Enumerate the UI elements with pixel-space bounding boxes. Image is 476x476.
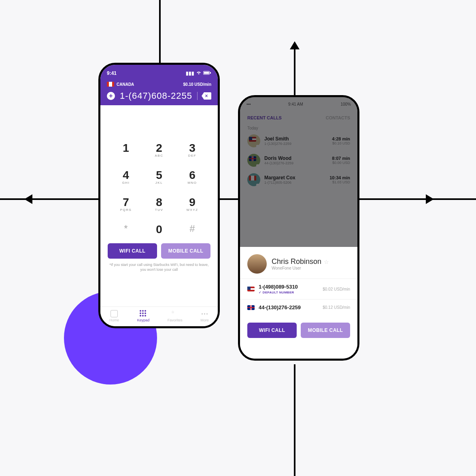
avatar (247, 254, 267, 274)
tab-more[interactable]: More (200, 310, 209, 322)
key-digit: * (109, 223, 142, 234)
uk-flag-icon (247, 305, 255, 310)
disclaimer-text: *If you start your call using Starbucks … (100, 261, 218, 272)
mobile-call-button[interactable]: MOBILE CALL (161, 243, 210, 259)
status-bar: 9:41 ▮▮▮ (107, 70, 211, 76)
key-letters: GHI (109, 181, 142, 185)
keypad-key-5[interactable]: 5JKL (142, 169, 176, 185)
key-letters: DEF (176, 154, 209, 157)
phone-number: 44-(130)276-2259 (259, 304, 301, 310)
rate-label: $0.10 USD/min (183, 82, 211, 87)
mobile-call-button[interactable]: MOBILE CALL (301, 323, 350, 338)
key-digit: 7 (109, 196, 142, 209)
home-icon (110, 310, 118, 317)
keypad-key-7[interactable]: 7PQRS (109, 196, 142, 212)
key-letters: WXYZ (176, 208, 209, 212)
contact-subtitle: WoneFone User (272, 266, 329, 270)
key-digit: 3 (176, 142, 209, 155)
phone-recent-calls-mock: ••• 9:41 AM 100% RECENT CALLS CONTACTS T… (238, 95, 359, 361)
phone-number: 1-(498)089-5310 (259, 284, 298, 290)
dialer-header: 9:41 ▮▮▮ CANADA $0.10 USD/min + 1-(647)6… (100, 65, 218, 105)
key-letters: TUV (142, 208, 176, 212)
country-label: CANADA (117, 82, 134, 87)
sheet-header: Chris Robinson ☆ WoneFone User (240, 253, 357, 278)
more-icon (201, 310, 208, 317)
us-flag-icon (247, 287, 255, 291)
tab-bar: Home Keypad ☆ Favorites More (100, 306, 218, 326)
contact-numbers-list: 1-(498)089-5310DEFAULT NUMBER$0.02 USD/m… (240, 278, 357, 315)
tab-label: Keypad (137, 318, 150, 322)
keypad-key-3[interactable]: 3DEF (176, 142, 209, 157)
contact-number-row[interactable]: 1-(498)089-5310DEFAULT NUMBER$0.02 USD/m… (240, 278, 357, 299)
arrow-right-icon (426, 194, 434, 204)
status-icons: ▮▮▮ (186, 70, 211, 76)
contact-number-row[interactable]: 44-(130)276-2259$0.12 USD/min (240, 299, 357, 315)
battery-icon (203, 70, 211, 76)
tab-home[interactable]: Home (109, 310, 119, 322)
wifi-call-button[interactable]: WIFI CALL (108, 243, 157, 259)
keypad-key-9[interactable]: 9WXYZ (176, 196, 209, 212)
contact-name-text: Chris Robinson (272, 257, 321, 266)
keypad-key-0[interactable]: 0 (142, 223, 176, 236)
tab-label: Favorites (168, 318, 183, 322)
svg-rect-1 (204, 72, 209, 74)
dial-row: + 1-(647)608-2255 × (107, 91, 211, 101)
add-contact-button[interactable]: + (107, 92, 115, 100)
key-digit: 4 (109, 169, 142, 182)
arrow-left-icon (24, 194, 32, 204)
svg-rect-2 (210, 72, 211, 74)
default-number-label: DEFAULT NUMBER (259, 291, 298, 294)
key-letters: PQRS (109, 208, 142, 212)
key-digit: 9 (176, 196, 209, 209)
backspace-button[interactable]: × (202, 92, 211, 100)
key-digit: 8 (142, 196, 176, 209)
phone-keypad-mock: 9:41 ▮▮▮ CANADA $0.10 USD/min + 1-(647)6… (98, 63, 220, 328)
keypad-key-6[interactable]: 6MNO (176, 169, 209, 185)
tab-favorites[interactable]: ☆ Favorites (168, 310, 183, 322)
contact-name: Chris Robinson ☆ (272, 257, 329, 266)
decorative-axis-vertical (159, 0, 161, 69)
dialed-number-display: 1-(647)608-2255 (119, 91, 193, 101)
keypad-icon (140, 310, 147, 317)
wifi-call-button[interactable]: WIFI CALL (247, 323, 297, 338)
key-digit: 5 (142, 169, 176, 182)
decorative-axis-down (294, 364, 295, 476)
keypad-key-2[interactable]: 2ABC (142, 142, 176, 157)
tab-label: Home (109, 318, 119, 322)
arrow-up-icon (290, 41, 300, 49)
key-letters: ABC (142, 154, 176, 157)
favorite-star-icon[interactable]: ☆ (324, 259, 329, 265)
keypad-key-8[interactable]: 8TUV (142, 196, 176, 212)
tab-keypad[interactable]: Keypad (137, 310, 150, 322)
status-time: 9:41 (107, 70, 117, 76)
divider (197, 92, 198, 100)
tab-label: More (200, 318, 209, 322)
modal-scrim[interactable] (240, 97, 357, 247)
star-icon: ☆ (171, 310, 178, 317)
key-digit: 0 (142, 223, 176, 236)
key-letters: MNO (176, 181, 209, 185)
signal-icon: ▮▮▮ (186, 70, 194, 76)
key-digit: 2 (142, 142, 176, 155)
keypad-key-*[interactable]: * (109, 223, 142, 236)
keypad-key-#[interactable]: # (176, 223, 209, 236)
key-digit: 1 (109, 142, 142, 155)
call-buttons-row: WIFI CALL MOBILE CALL (100, 240, 218, 261)
keypad-grid: 12ABC3DEF4GHI5JKL6MNO7PQRS8TUV9WXYZ*0# (100, 105, 218, 240)
key-letters: JKL (142, 181, 176, 185)
contact-sheet: Chris Robinson ☆ WoneFone User 1-(498)08… (240, 247, 357, 359)
key-digit: # (176, 223, 209, 234)
sheet-call-buttons: WIFI CALL MOBILE CALL (240, 315, 357, 338)
call-rate: $0.02 USD/min (323, 287, 350, 291)
canada-flag-icon (107, 82, 114, 87)
keypad-key-4[interactable]: 4GHI (109, 169, 142, 185)
rate-row: CANADA $0.10 USD/min (107, 82, 211, 87)
key-digit: 6 (176, 169, 209, 182)
wifi-icon (196, 70, 202, 76)
call-rate: $0.12 USD/min (323, 305, 350, 310)
keypad-key-1[interactable]: 1 (109, 142, 142, 157)
